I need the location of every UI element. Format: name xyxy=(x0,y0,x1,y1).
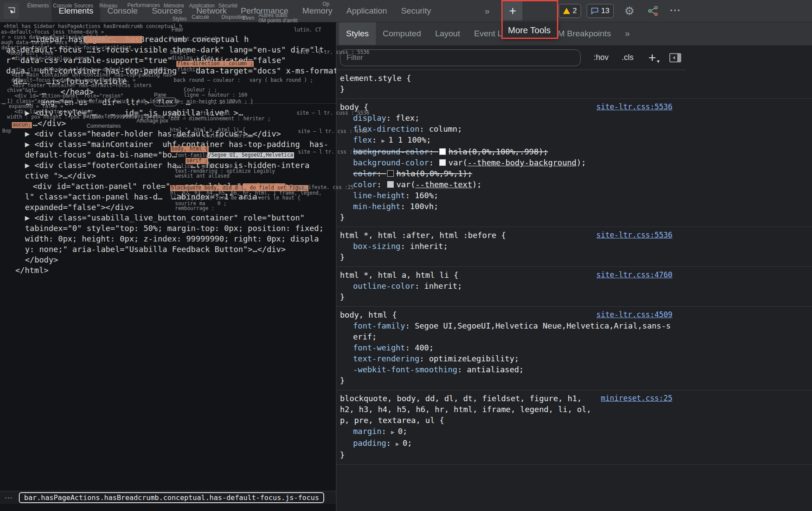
warnings-badge[interactable]: 2 xyxy=(559,4,581,18)
css-property[interactable]: box-sizing: inherit; xyxy=(336,241,674,252)
panel-tab-strip: ElementsConsoleSourcesNetworkPerformance… xyxy=(52,0,438,22)
css-variable-link[interactable]: --theme-body-background xyxy=(467,158,576,167)
dom-tree-line[interactable]: ▶ <div class="header-holder has-default-… xyxy=(0,129,336,139)
toggle-element-state-button[interactable]: :hov xyxy=(594,53,609,62)
css-property[interactable]: min-height: 100vh; xyxy=(336,201,674,212)
stylesheet-link[interactable]: minireset.css:25 xyxy=(601,393,672,404)
rule-selector[interactable]: element.style { xyxy=(340,73,411,84)
css-property[interactable]: background-color: hsla(0,0%,100%,.998); xyxy=(336,146,674,157)
panel-tab-elements[interactable]: Elements xyxy=(52,0,100,22)
color-swatch[interactable] xyxy=(387,181,394,188)
stylesheet-link[interactable]: site-ltr.css:5536 xyxy=(596,102,672,112)
css-property[interactable]: text-rendering: optimizeLegibility; xyxy=(336,353,674,364)
dom-tree-line[interactable]: <div id="action-panel" role="… aria-labe… xyxy=(0,181,336,192)
css-property[interactable]: color: var(--theme-text); xyxy=(336,179,674,190)
dom-tree-line[interactable]: tabindex="0" style="top: 50%; margin-top… xyxy=(0,223,336,234)
stylesheet-link[interactable]: site-ltr.css:5536 xyxy=(596,230,672,241)
node-network-icon[interactable] xyxy=(648,5,659,17)
dom-tree-line[interactable]: de… …is-focus-visible xyxy=(0,76,336,87)
css-rule: site-ltr.css:5536body {display: flex;fle… xyxy=(336,99,812,227)
caret-down-icon: ▾ xyxy=(657,58,660,64)
sidebar-toggle-icon[interactable] xyxy=(669,53,681,63)
dom-tree-line[interactable]: da…a… uhf-container has-top-padding … da… xyxy=(0,66,336,76)
css-property[interactable]: color: hsla(0,0%,9%,1); xyxy=(336,168,674,179)
panel-tab-security[interactable]: Security xyxy=(394,0,438,22)
warning-triangle-icon xyxy=(563,8,570,14)
sidebar-tab-computed[interactable]: Computed xyxy=(376,22,428,45)
stylesheet-link[interactable]: site-ltr.css:4509 xyxy=(596,309,672,320)
css-property[interactable]: display: flex; xyxy=(336,112,674,123)
panel-tab-memory[interactable]: Memory xyxy=(295,0,340,22)
dom-tree-line[interactable]: y: none;" aria-label="Usabilla Feedback … xyxy=(0,244,336,255)
settings-gear-icon[interactable]: ⚙ xyxy=(624,0,634,22)
redaction-highlight xyxy=(84,36,142,43)
dom-tree-line[interactable]: ctive ">…</div> xyxy=(0,171,336,181)
css-property[interactable]: flex-direction: column; xyxy=(336,123,674,134)
css-property[interactable]: font-family: Segoe UI,SegoeUI,Helvetica … xyxy=(336,320,674,342)
css-rule: element.style {} xyxy=(336,70,812,99)
dom-tree-line[interactable]: … ang="en-us" dir= ltr >flex … xyxy=(0,97,336,108)
dom-tree-line[interactable]: …idebar hasPageAc… hasBreadcrumb concept… xyxy=(0,34,336,45)
css-property[interactable]: margin: ▶ 0; xyxy=(336,426,674,438)
sidebar-more-tabs-chevron-icon[interactable]: » xyxy=(625,28,630,38)
color-swatch[interactable] xyxy=(439,148,446,155)
css-property[interactable]: line-height: 160%; xyxy=(336,190,674,201)
rule-selector[interactable]: blockquote, body, dd, dl, dt, fieldset, … xyxy=(340,393,592,426)
styles-filter-input[interactable] xyxy=(340,49,581,66)
css-property[interactable]: flex: ▶ 1 1 100%; xyxy=(336,134,674,146)
sidebar-tab-layout[interactable]: Layout xyxy=(428,22,467,45)
dom-tree-line[interactable]: default-focus" data-bi-name="bo… xyxy=(0,150,336,160)
css-rule: site-ltr.css:4760html *, html a, html li… xyxy=(336,267,812,307)
more-options-icon[interactable]: ⋯ xyxy=(669,0,681,20)
breadcrumb-item[interactable]: bar.hasPageActions.hasBreadcrumb.concept… xyxy=(19,492,324,503)
rule-selector[interactable]: html *, html a, html li { xyxy=(340,270,458,280)
dom-tree-line[interactable]: … </head> xyxy=(0,87,336,97)
devtools-window: ElementsConsoleSourcesNetworkPerformance… xyxy=(0,0,812,511)
css-property[interactable]: -webkit-font-smoothing: antialiased; xyxy=(336,364,674,375)
more-tools-popup[interactable]: More Tools xyxy=(502,22,558,38)
css-property[interactable]: background-color: var(--theme-body-backg… xyxy=(336,157,674,168)
panel-tab-performance[interactable]: Performance xyxy=(234,0,295,22)
panel-tab-network[interactable]: Network xyxy=(189,0,234,22)
add-panel-button[interactable]: + xyxy=(503,1,522,21)
dom-tree-line[interactable]: ▶ <div class="usabilla_live_button_conta… xyxy=(0,213,336,223)
rule-selector[interactable]: body, html { xyxy=(340,309,397,320)
dom-tree-line[interactable]: ▶ <div class="footerContainer ha… …t-foc… xyxy=(0,160,336,171)
panel-tab-application[interactable]: Application xyxy=(340,0,394,22)
dom-tree-line[interactable]: width: 0px; height: 0px; z-index: 999999… xyxy=(0,234,336,244)
color-swatch[interactable] xyxy=(387,170,394,177)
color-swatch[interactable] xyxy=(439,159,446,166)
panel-tab-sources[interactable]: Sources xyxy=(145,0,189,22)
flex-badge[interactable]: flex xyxy=(153,98,178,106)
inspect-element-icon[interactable] xyxy=(4,3,19,19)
divider xyxy=(0,103,336,104)
sidebar-tab-strip: StylesComputedLayoutEvent ListenersDOM B… xyxy=(336,22,812,46)
dom-tree-line[interactable]: ▶ <div class="mainContainer uhf-containe… xyxy=(0,139,336,150)
css-variable-link[interactable]: --theme-text xyxy=(415,180,472,189)
new-style-rule-button[interactable]: + xyxy=(648,51,656,64)
breadcrumb-overflow-icon[interactable]: ⋯ xyxy=(4,493,13,503)
rule-selector[interactable]: body { xyxy=(340,102,368,112)
dom-tree-line[interactable]: l" class="action-panel has-d… …abindex="… xyxy=(0,192,336,202)
sidebar-tab-styles[interactable]: Styles xyxy=(339,22,376,45)
chat-bubble-icon xyxy=(591,7,598,14)
stylesheet-link[interactable]: site-ltr.css:4760 xyxy=(596,270,672,280)
styles-sidebar: StylesComputedLayoutEvent ListenersDOM B… xyxy=(336,22,812,511)
dom-tree-line[interactable]: ▶ <div style="… … id="…js_usabilla_live"… xyxy=(0,108,336,118)
css-rule: site-ltr.css:4509body, html {font-family… xyxy=(336,307,812,390)
dom-tree-line[interactable]: as-default-focus …is-focus-visible theme… xyxy=(0,45,336,55)
element-classes-button[interactable]: .cls xyxy=(622,53,634,62)
panel-tab-console[interactable]: Console xyxy=(100,0,145,22)
css-rule: minireset.css:25blockquote, body, dd, dl… xyxy=(336,390,812,465)
css-property[interactable]: outline-color: inherit; xyxy=(336,280,674,291)
dom-tree-line[interactable]: r" data-css-variable-support="true" …uth… xyxy=(0,55,336,66)
dom-tree-line[interactable]: expanded="false"></div> xyxy=(0,202,336,213)
css-property[interactable]: font-weight: 400; xyxy=(336,342,674,353)
rule-selector[interactable]: html *, html :after, html :before { xyxy=(340,230,506,241)
css-property[interactable]: padding: ▶ 0; xyxy=(336,438,674,449)
dom-tree-line[interactable]: …</div> xyxy=(0,118,336,129)
more-panels-chevron-icon[interactable]: » xyxy=(485,0,490,22)
dom-tree-line[interactable]: </body> xyxy=(0,255,336,265)
console-messages-badge[interactable]: 13 xyxy=(587,4,614,18)
dom-tree-line[interactable]: </html> xyxy=(0,265,336,276)
